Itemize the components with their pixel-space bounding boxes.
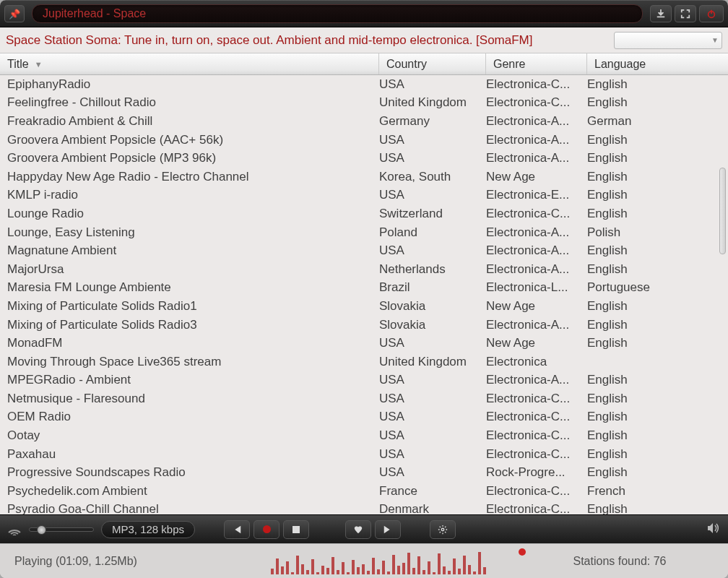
filter-dropdown[interactable]: ▼ bbox=[614, 32, 722, 49]
next-icon bbox=[383, 525, 393, 535]
table-row[interactable]: KMLP i-radioUSAElectronica-E...English bbox=[0, 186, 728, 205]
column-country[interactable]: Country bbox=[379, 53, 486, 74]
cell-language: French bbox=[587, 484, 728, 499]
stop-button[interactable] bbox=[283, 520, 309, 539]
cell-genre: Electronica-A... bbox=[486, 373, 587, 387]
eq-bar bbox=[286, 561, 289, 574]
cell-country: Brazil bbox=[379, 280, 486, 295]
pin-button[interactable]: 📌 bbox=[4, 5, 25, 22]
cell-language: English bbox=[587, 262, 728, 277]
cell-language: English bbox=[587, 151, 728, 165]
previous-button[interactable] bbox=[224, 520, 250, 539]
cell-language: English bbox=[587, 207, 728, 221]
cell-title: OEM Radio bbox=[7, 410, 379, 424]
chevron-down-icon: ▼ bbox=[711, 36, 719, 44]
column-title[interactable]: Title ▼ bbox=[0, 53, 379, 74]
favorite-button[interactable] bbox=[345, 520, 371, 539]
eq-bar bbox=[412, 568, 415, 574]
eq-bar bbox=[392, 555, 395, 574]
cell-genre: New Age bbox=[486, 299, 587, 314]
eq-bar bbox=[463, 556, 466, 574]
scrollbar-thumb[interactable] bbox=[719, 168, 726, 254]
cell-title: Psychedelik.com Ambient bbox=[7, 484, 379, 499]
table-row[interactable]: PaxahauUSAElectronica-C...English bbox=[0, 445, 728, 464]
table-row[interactable]: Lounge, Easy ListeningPolandElectronica-… bbox=[0, 223, 728, 242]
previous-icon bbox=[232, 525, 242, 535]
table-row[interactable]: Netmusique - FlaresoundUSAElectronica-C.… bbox=[0, 389, 728, 408]
table-row[interactable]: Psyradio Goa-Chill ChannelDenmarkElectro… bbox=[0, 501, 728, 514]
cell-language: English bbox=[587, 95, 728, 110]
settings-button[interactable] bbox=[430, 520, 456, 539]
table-row[interactable]: Mixing of Particulate Solids Radio1Slova… bbox=[0, 297, 728, 316]
column-language-label: Language bbox=[594, 58, 646, 71]
table-row[interactable]: Psychedelik.com AmbientFranceElectronica… bbox=[0, 482, 728, 501]
table-row[interactable]: MPEGRadio - AmbientUSAElectronica-A...En… bbox=[0, 371, 728, 390]
cell-country: USA bbox=[379, 77, 486, 92]
cell-title: EpiphanyRadio bbox=[7, 77, 379, 92]
cell-country: Slovakia bbox=[379, 318, 486, 332]
table-row[interactable]: OEM RadioUSAElectronica-C...English bbox=[0, 408, 728, 427]
cell-genre: Electronica bbox=[486, 355, 587, 369]
footer: Playing (01:09, 1.25Mb) Stations found: … bbox=[0, 543, 728, 578]
eq-bar bbox=[352, 560, 355, 574]
eq-bar bbox=[402, 563, 405, 574]
table-row[interactable]: Progressive Soundscapes RadioUSARock-Pro… bbox=[0, 463, 728, 482]
volume-slider[interactable] bbox=[29, 527, 94, 532]
volume-knob[interactable] bbox=[37, 525, 46, 535]
table-row[interactable]: Mixing of Particulate Solids Radio3Slova… bbox=[0, 316, 728, 335]
cell-genre: Electronica-A... bbox=[486, 114, 587, 129]
cell-language: English bbox=[587, 336, 728, 350]
cell-title: Moving Through Space Live365 stream bbox=[7, 355, 379, 369]
cell-country: USA bbox=[379, 392, 486, 406]
table-row[interactable]: Groovera Ambient Popsicle (AAC+ 56k)USAE… bbox=[0, 131, 728, 150]
heart-icon bbox=[353, 525, 363, 535]
cell-country: USA bbox=[379, 428, 486, 443]
cell-genre: Electronica-C... bbox=[486, 392, 587, 406]
eq-bar bbox=[281, 566, 284, 574]
table-row[interactable]: Lounge RadioSwitzerlandElectronica-C...E… bbox=[0, 204, 728, 223]
table-row[interactable]: OotayUSAElectronica-C...English bbox=[0, 426, 728, 445]
player-bar: MP3, 128 kbps bbox=[0, 514, 728, 543]
cell-genre: Electronica-C... bbox=[486, 484, 587, 499]
cell-country: Germany bbox=[379, 114, 486, 129]
cell-genre: Rock-Progre... bbox=[486, 465, 587, 480]
eq-bar bbox=[332, 557, 334, 574]
table-row[interactable]: MonadFMUSANew AgeEnglish bbox=[0, 334, 728, 353]
table-row[interactable]: Moving Through Space Live365 streamUnite… bbox=[0, 353, 728, 371]
stations-count: Stations found: 76 bbox=[526, 555, 714, 568]
cell-language: English bbox=[587, 392, 728, 406]
next-button[interactable] bbox=[375, 520, 401, 539]
cell-language: English bbox=[587, 465, 728, 480]
column-language[interactable]: Language bbox=[587, 53, 728, 74]
cell-genre: Electronica-L... bbox=[486, 280, 587, 295]
eq-bar bbox=[342, 562, 344, 574]
table-row[interactable]: Freakradio Ambient & ChillGermanyElectro… bbox=[0, 112, 728, 131]
table-row[interactable]: Feelingfree - Chillout RadioUnited Kingd… bbox=[0, 94, 728, 113]
eq-bar bbox=[438, 553, 441, 574]
power-button[interactable] bbox=[699, 5, 724, 22]
record-button[interactable] bbox=[254, 520, 280, 539]
table-row[interactable]: Magnatune AmbientUSAElectronica-A...Engl… bbox=[0, 241, 728, 260]
eq-bar bbox=[422, 570, 425, 574]
table-row[interactable]: MajorUrsaNetherlandsElectronica-A...Engl… bbox=[0, 260, 728, 279]
cell-title: Freakradio Ambient & Chill bbox=[7, 114, 379, 129]
station-list: EpiphanyRadioUSAElectronica-C...EnglishF… bbox=[0, 75, 728, 514]
eq-bar bbox=[473, 571, 476, 574]
playing-status: Playing (01:09, 1.25Mb) bbox=[14, 555, 231, 568]
table-row[interactable]: Groovera Ambient Popsicle (MP3 96k)USAEl… bbox=[0, 149, 728, 168]
cell-title: Netmusique - Flaresound bbox=[7, 392, 379, 406]
cell-genre: New Age bbox=[486, 336, 587, 350]
cell-genre: Electronica-C... bbox=[486, 428, 587, 443]
column-genre[interactable]: Genre bbox=[486, 53, 587, 74]
fullscreen-button[interactable] bbox=[675, 5, 696, 22]
eq-bar bbox=[367, 571, 370, 574]
cell-genre: Electronica-C... bbox=[486, 77, 587, 92]
speaker-icon[interactable] bbox=[706, 522, 721, 537]
download-button[interactable] bbox=[650, 5, 672, 22]
table-row[interactable]: EpiphanyRadioUSAElectronica-C...English bbox=[0, 75, 728, 94]
table-row[interactable]: Happyday New Age Radio - Electro Channel… bbox=[0, 168, 728, 186]
scrollbar[interactable] bbox=[719, 81, 727, 514]
eq-bar bbox=[362, 564, 365, 574]
column-country-label: Country bbox=[386, 58, 427, 71]
table-row[interactable]: Maresia FM Lounge AmbienteBrazilElectron… bbox=[0, 279, 728, 298]
